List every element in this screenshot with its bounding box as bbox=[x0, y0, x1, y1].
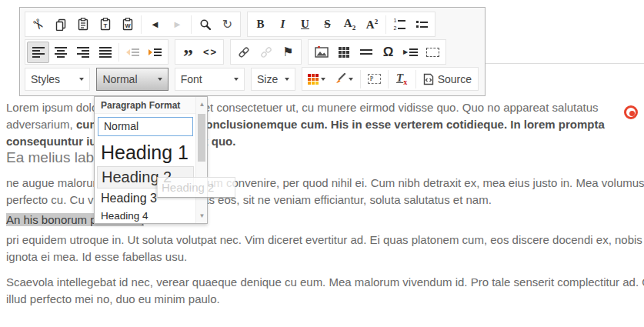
paste-plain-text-button[interactable]: T bbox=[94, 14, 116, 35]
text-color-icon bbox=[308, 74, 325, 85]
insert-table-button[interactable] bbox=[332, 42, 355, 63]
remove-format-button[interactable]: Tx bbox=[391, 68, 413, 90]
paragraph-format-dropdown[interactable]: Normal bbox=[96, 68, 168, 91]
target-marker-icon bbox=[624, 105, 638, 119]
font-dropdown[interactable]: Font bbox=[175, 68, 245, 91]
justify-icon bbox=[99, 47, 112, 58]
format-option-heading-4[interactable]: Heading 4 bbox=[95, 208, 196, 224]
copy-button[interactable] bbox=[49, 14, 72, 35]
orange-arrow bbox=[126, 49, 130, 55]
blockquote-button[interactable]: ” bbox=[177, 42, 199, 63]
styles-dropdown[interactable]: Styles bbox=[25, 68, 90, 91]
separator bbox=[191, 15, 192, 34]
paragraph-line: perfecto cu. Cu vix wisi mundi sententia… bbox=[6, 193, 492, 206]
replace-button[interactable]: ↻ bbox=[216, 14, 239, 35]
page-break-button[interactable]: ▶ bbox=[399, 42, 422, 63]
subscript-letter: A bbox=[344, 17, 352, 29]
justify-button[interactable] bbox=[94, 42, 116, 63]
scroll-up-icon[interactable]: ▲ bbox=[196, 98, 208, 110]
paste-button[interactable] bbox=[72, 14, 94, 35]
align-left-button[interactable] bbox=[27, 42, 49, 63]
bullet-list-button[interactable] bbox=[411, 14, 433, 35]
chevron-down-icon bbox=[79, 78, 84, 81]
text-color-button[interactable] bbox=[304, 68, 330, 90]
text-run: adversarium, bbox=[6, 118, 76, 131]
align-left-icon bbox=[32, 47, 45, 58]
copy-icon bbox=[55, 18, 67, 31]
brush-icon bbox=[335, 73, 353, 85]
underline-icon: U bbox=[301, 18, 309, 31]
basicstyles-group: B I U S A2 A2 1 2 bbox=[247, 12, 435, 37]
brush-glyph bbox=[335, 73, 346, 85]
format-value: Normal bbox=[102, 73, 137, 85]
paragraph-line: illud perfecto mei no, duo eu minim paul… bbox=[6, 292, 220, 305]
paragraph-line: Scaevola intellegebat id nec, verear qua… bbox=[6, 275, 644, 289]
editor-toolbar: ✂ T W ◄ ► ↻ B I U S bbox=[19, 7, 486, 96]
superscript-button[interactable]: A2 bbox=[361, 14, 383, 35]
indent-icon bbox=[148, 48, 162, 56]
select-all-button[interactable] bbox=[422, 42, 444, 63]
remove-format-icon: Tx bbox=[396, 71, 407, 86]
cut-icon: ✂ bbox=[29, 15, 47, 33]
bullet bbox=[416, 25, 419, 28]
superscript-number: 2 bbox=[375, 18, 379, 25]
letter-t: T bbox=[396, 72, 403, 84]
find-button[interactable] bbox=[194, 14, 216, 35]
indent-button[interactable] bbox=[144, 42, 166, 63]
fading-tooltip: Heading 2 bbox=[157, 177, 235, 198]
italic-icon: I bbox=[281, 18, 285, 31]
orange-arrow bbox=[148, 49, 152, 55]
strikethrough-button[interactable]: S bbox=[316, 14, 339, 35]
chevron-down-icon bbox=[234, 78, 239, 81]
format-option-normal[interactable]: Normal bbox=[98, 117, 193, 136]
editor-top-border bbox=[486, 63, 644, 64]
italic-button[interactable]: I bbox=[272, 14, 294, 35]
separator bbox=[415, 70, 416, 88]
show-blocks-button[interactable]: P bbox=[363, 68, 385, 90]
svg-text:T: T bbox=[103, 22, 107, 29]
bold-button[interactable]: B bbox=[249, 14, 272, 35]
bullet-list-icon bbox=[416, 21, 428, 28]
links-group: ⚑ bbox=[230, 39, 302, 65]
paste-from-word-button[interactable]: W bbox=[116, 14, 138, 35]
special-character-button[interactable]: Ω bbox=[377, 42, 399, 63]
paragraph-line: ignota ei mea. Id esse fabellas usu. bbox=[6, 250, 187, 263]
format-option-heading-1[interactable]: Heading 1 bbox=[95, 139, 196, 165]
anchor-button[interactable]: ⚑ bbox=[277, 42, 299, 63]
redo-button[interactable]: ► bbox=[166, 14, 189, 35]
underline-button[interactable]: U bbox=[294, 14, 316, 35]
undo-button[interactable]: ◄ bbox=[144, 14, 166, 35]
code-snippet-button[interactable]: <> bbox=[199, 42, 222, 63]
insert-image-button[interactable] bbox=[310, 42, 332, 63]
outdent-button[interactable] bbox=[122, 42, 144, 63]
chevron-down-icon bbox=[349, 78, 353, 81]
numbered-list-button[interactable]: 1 2 bbox=[389, 14, 411, 35]
panel-scrollbar[interactable]: ▲ ▼ bbox=[195, 97, 207, 223]
scroll-down-icon[interactable]: ▼ bbox=[196, 210, 208, 222]
superscript-letter: A bbox=[366, 18, 375, 31]
undo-icon: ◄ bbox=[150, 19, 160, 29]
format-options-list: Normal Heading 1 Heading 2 Heading 3 Hea… bbox=[95, 117, 196, 224]
table-icon bbox=[339, 47, 349, 58]
background-color-button[interactable] bbox=[330, 68, 358, 90]
unlink-button[interactable] bbox=[255, 42, 277, 63]
panel-title: Paragraph Format bbox=[95, 97, 196, 114]
bar bbox=[398, 28, 405, 29]
size-dropdown[interactable]: Size bbox=[251, 68, 295, 91]
horizontal-rule-button[interactable] bbox=[355, 42, 377, 63]
bullet-list-row bbox=[416, 25, 428, 28]
bar bbox=[420, 22, 428, 23]
align-right-icon bbox=[77, 47, 89, 58]
source-label: Source bbox=[438, 73, 472, 85]
subscript-button[interactable]: A2 bbox=[339, 14, 361, 35]
source-button[interactable]: Source bbox=[419, 68, 476, 90]
link-button[interactable] bbox=[232, 42, 255, 63]
numbered-list-icon: 1 2 bbox=[394, 18, 406, 31]
cut-button[interactable]: ✂ bbox=[27, 14, 49, 35]
source-doc-icon bbox=[423, 73, 434, 85]
align-right-button[interactable] bbox=[72, 42, 94, 63]
scrollbar-thumb[interactable] bbox=[198, 114, 205, 162]
bold-icon: B bbox=[256, 18, 264, 31]
separator bbox=[118, 43, 119, 62]
align-center-button[interactable] bbox=[49, 42, 72, 63]
